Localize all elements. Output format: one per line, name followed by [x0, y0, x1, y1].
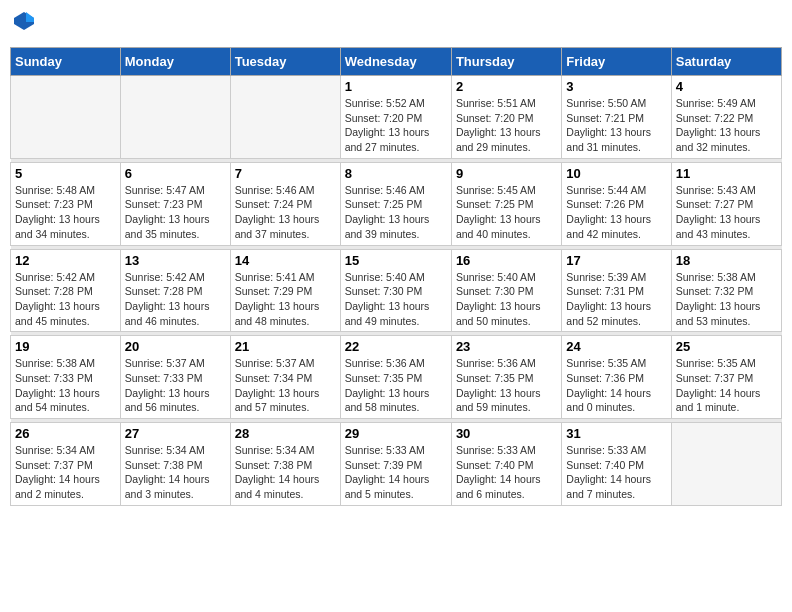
page-header — [10, 10, 782, 39]
week-row: 12Sunrise: 5:42 AMSunset: 7:28 PMDayligh… — [11, 249, 782, 332]
day-cell: 27Sunrise: 5:34 AMSunset: 7:38 PMDayligh… — [120, 423, 230, 506]
day-info: Sunrise: 5:47 AMSunset: 7:23 PMDaylight:… — [125, 183, 226, 242]
day-info: Sunrise: 5:43 AMSunset: 7:27 PMDaylight:… — [676, 183, 777, 242]
day-info: Sunrise: 5:33 AMSunset: 7:39 PMDaylight:… — [345, 443, 447, 502]
day-cell: 22Sunrise: 5:36 AMSunset: 7:35 PMDayligh… — [340, 336, 451, 419]
week-row: 19Sunrise: 5:38 AMSunset: 7:33 PMDayligh… — [11, 336, 782, 419]
day-cell: 13Sunrise: 5:42 AMSunset: 7:28 PMDayligh… — [120, 249, 230, 332]
day-cell: 20Sunrise: 5:37 AMSunset: 7:33 PMDayligh… — [120, 336, 230, 419]
day-number: 8 — [345, 166, 447, 181]
day-cell: 9Sunrise: 5:45 AMSunset: 7:25 PMDaylight… — [451, 162, 561, 245]
day-info: Sunrise: 5:39 AMSunset: 7:31 PMDaylight:… — [566, 270, 666, 329]
day-info: Sunrise: 5:46 AMSunset: 7:24 PMDaylight:… — [235, 183, 336, 242]
day-info: Sunrise: 5:44 AMSunset: 7:26 PMDaylight:… — [566, 183, 666, 242]
day-cell — [671, 423, 781, 506]
week-row: 5Sunrise: 5:48 AMSunset: 7:23 PMDaylight… — [11, 162, 782, 245]
day-number: 1 — [345, 79, 447, 94]
day-info: Sunrise: 5:50 AMSunset: 7:21 PMDaylight:… — [566, 96, 666, 155]
day-info: Sunrise: 5:38 AMSunset: 7:32 PMDaylight:… — [676, 270, 777, 329]
day-number: 30 — [456, 426, 557, 441]
day-number: 28 — [235, 426, 336, 441]
day-number: 14 — [235, 253, 336, 268]
day-number: 18 — [676, 253, 777, 268]
day-cell: 5Sunrise: 5:48 AMSunset: 7:23 PMDaylight… — [11, 162, 121, 245]
day-info: Sunrise: 5:41 AMSunset: 7:29 PMDaylight:… — [235, 270, 336, 329]
day-cell: 7Sunrise: 5:46 AMSunset: 7:24 PMDaylight… — [230, 162, 340, 245]
day-number: 25 — [676, 339, 777, 354]
day-info: Sunrise: 5:33 AMSunset: 7:40 PMDaylight:… — [566, 443, 666, 502]
day-info: Sunrise: 5:34 AMSunset: 7:38 PMDaylight:… — [125, 443, 226, 502]
day-cell: 10Sunrise: 5:44 AMSunset: 7:26 PMDayligh… — [562, 162, 671, 245]
logo-icon — [12, 10, 36, 34]
weekday-header: Sunday — [11, 48, 121, 76]
day-info: Sunrise: 5:35 AMSunset: 7:37 PMDaylight:… — [676, 356, 777, 415]
day-info: Sunrise: 5:51 AMSunset: 7:20 PMDaylight:… — [456, 96, 557, 155]
weekday-header-row: SundayMondayTuesdayWednesdayThursdayFrid… — [11, 48, 782, 76]
weekday-header: Friday — [562, 48, 671, 76]
weekday-header: Thursday — [451, 48, 561, 76]
day-cell — [11, 76, 121, 159]
day-cell: 17Sunrise: 5:39 AMSunset: 7:31 PMDayligh… — [562, 249, 671, 332]
week-row: 26Sunrise: 5:34 AMSunset: 7:37 PMDayligh… — [11, 423, 782, 506]
day-cell: 28Sunrise: 5:34 AMSunset: 7:38 PMDayligh… — [230, 423, 340, 506]
day-number: 16 — [456, 253, 557, 268]
weekday-header: Saturday — [671, 48, 781, 76]
day-info: Sunrise: 5:40 AMSunset: 7:30 PMDaylight:… — [345, 270, 447, 329]
day-info: Sunrise: 5:46 AMSunset: 7:25 PMDaylight:… — [345, 183, 447, 242]
day-cell: 31Sunrise: 5:33 AMSunset: 7:40 PMDayligh… — [562, 423, 671, 506]
day-info: Sunrise: 5:37 AMSunset: 7:34 PMDaylight:… — [235, 356, 336, 415]
day-cell: 29Sunrise: 5:33 AMSunset: 7:39 PMDayligh… — [340, 423, 451, 506]
day-info: Sunrise: 5:35 AMSunset: 7:36 PMDaylight:… — [566, 356, 666, 415]
day-info: Sunrise: 5:37 AMSunset: 7:33 PMDaylight:… — [125, 356, 226, 415]
day-number: 13 — [125, 253, 226, 268]
day-number: 27 — [125, 426, 226, 441]
day-number: 6 — [125, 166, 226, 181]
day-number: 29 — [345, 426, 447, 441]
day-cell: 21Sunrise: 5:37 AMSunset: 7:34 PMDayligh… — [230, 336, 340, 419]
day-cell: 14Sunrise: 5:41 AMSunset: 7:29 PMDayligh… — [230, 249, 340, 332]
day-cell: 12Sunrise: 5:42 AMSunset: 7:28 PMDayligh… — [11, 249, 121, 332]
day-number: 15 — [345, 253, 447, 268]
day-cell: 19Sunrise: 5:38 AMSunset: 7:33 PMDayligh… — [11, 336, 121, 419]
day-cell: 4Sunrise: 5:49 AMSunset: 7:22 PMDaylight… — [671, 76, 781, 159]
day-cell — [230, 76, 340, 159]
day-cell: 15Sunrise: 5:40 AMSunset: 7:30 PMDayligh… — [340, 249, 451, 332]
day-number: 22 — [345, 339, 447, 354]
day-number: 21 — [235, 339, 336, 354]
day-info: Sunrise: 5:34 AMSunset: 7:38 PMDaylight:… — [235, 443, 336, 502]
day-cell: 30Sunrise: 5:33 AMSunset: 7:40 PMDayligh… — [451, 423, 561, 506]
day-info: Sunrise: 5:33 AMSunset: 7:40 PMDaylight:… — [456, 443, 557, 502]
day-cell: 24Sunrise: 5:35 AMSunset: 7:36 PMDayligh… — [562, 336, 671, 419]
day-number: 10 — [566, 166, 666, 181]
day-number: 24 — [566, 339, 666, 354]
day-cell: 25Sunrise: 5:35 AMSunset: 7:37 PMDayligh… — [671, 336, 781, 419]
day-number: 5 — [15, 166, 116, 181]
day-cell: 2Sunrise: 5:51 AMSunset: 7:20 PMDaylight… — [451, 76, 561, 159]
day-cell: 23Sunrise: 5:36 AMSunset: 7:35 PMDayligh… — [451, 336, 561, 419]
day-info: Sunrise: 5:52 AMSunset: 7:20 PMDaylight:… — [345, 96, 447, 155]
day-info: Sunrise: 5:36 AMSunset: 7:35 PMDaylight:… — [456, 356, 557, 415]
day-number: 23 — [456, 339, 557, 354]
day-cell: 16Sunrise: 5:40 AMSunset: 7:30 PMDayligh… — [451, 249, 561, 332]
week-row: 1Sunrise: 5:52 AMSunset: 7:20 PMDaylight… — [11, 76, 782, 159]
day-cell: 8Sunrise: 5:46 AMSunset: 7:25 PMDaylight… — [340, 162, 451, 245]
weekday-header: Tuesday — [230, 48, 340, 76]
logo — [10, 10, 36, 39]
day-info: Sunrise: 5:42 AMSunset: 7:28 PMDaylight:… — [15, 270, 116, 329]
day-info: Sunrise: 5:42 AMSunset: 7:28 PMDaylight:… — [125, 270, 226, 329]
day-cell: 3Sunrise: 5:50 AMSunset: 7:21 PMDaylight… — [562, 76, 671, 159]
day-cell — [120, 76, 230, 159]
day-number: 7 — [235, 166, 336, 181]
day-number: 9 — [456, 166, 557, 181]
day-cell: 11Sunrise: 5:43 AMSunset: 7:27 PMDayligh… — [671, 162, 781, 245]
svg-marker-1 — [26, 12, 34, 22]
weekday-header: Monday — [120, 48, 230, 76]
day-cell: 6Sunrise: 5:47 AMSunset: 7:23 PMDaylight… — [120, 162, 230, 245]
day-info: Sunrise: 5:38 AMSunset: 7:33 PMDaylight:… — [15, 356, 116, 415]
day-info: Sunrise: 5:36 AMSunset: 7:35 PMDaylight:… — [345, 356, 447, 415]
weekday-header: Wednesday — [340, 48, 451, 76]
day-number: 17 — [566, 253, 666, 268]
day-info: Sunrise: 5:34 AMSunset: 7:37 PMDaylight:… — [15, 443, 116, 502]
day-number: 31 — [566, 426, 666, 441]
day-cell: 1Sunrise: 5:52 AMSunset: 7:20 PMDaylight… — [340, 76, 451, 159]
